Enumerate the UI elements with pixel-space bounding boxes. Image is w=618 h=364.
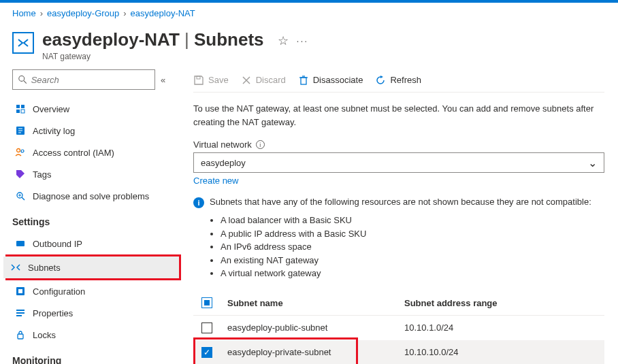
svg-rect-26	[301, 78, 306, 84]
sidebar-item-iam[interactable]: Access control (IAM)	[12, 142, 180, 163]
svg-rect-5	[21, 110, 25, 113]
sidebar-item-label: Overview	[33, 104, 69, 114]
iam-icon	[15, 147, 26, 158]
subnet-range-cell: 10.10.10.0/24	[404, 347, 604, 357]
refresh-button[interactable]: Refresh	[375, 75, 421, 86]
nat-gateway-icon	[12, 32, 34, 54]
table-row[interactable]: easydeploy-public-subnet 10.10.1.0/24	[193, 316, 604, 340]
disassociate-button[interactable]: Disassociate	[298, 75, 363, 86]
info-icon: i	[193, 197, 204, 208]
incompatibility-list: A load balancer with a Basic SKU A publi…	[221, 214, 604, 280]
sidebar-item-label: Access control (IAM)	[33, 148, 114, 158]
sidebar-item-label: Activity log	[33, 126, 75, 136]
subnet-range-cell: 10.10.1.0/24	[404, 322, 604, 333]
save-button: Save	[193, 75, 229, 86]
outbound-ip-icon	[15, 238, 26, 249]
save-icon	[193, 75, 204, 86]
sidebar-item-label: Properties	[33, 308, 73, 318]
log-icon	[15, 125, 26, 136]
locks-icon	[15, 329, 26, 340]
svg-rect-18	[18, 289, 22, 293]
svg-point-11	[21, 150, 24, 152]
col-subnet-name: Subnet name	[227, 298, 404, 308]
overview-icon	[15, 103, 26, 114]
favorite-star-icon[interactable]: ☆	[278, 33, 289, 48]
sidebar-item-locks[interactable]: Locks	[12, 324, 180, 346]
vnet-dropdown[interactable]: easydeploy ⌄	[193, 152, 604, 173]
create-new-link[interactable]: Create new	[193, 176, 238, 186]
sidebar-item-label: Configuration	[33, 286, 85, 297]
settings-header: Settings	[12, 216, 180, 227]
sidebar-item-activity-log[interactable]: Activity log	[12, 120, 180, 142]
sidebar-item-properties[interactable]: Properties	[12, 302, 180, 324]
diagnose-icon	[15, 191, 26, 201]
svg-point-10	[17, 149, 20, 152]
row-checkbox[interactable]: ✓	[201, 347, 212, 358]
svg-point-0	[19, 76, 25, 81]
collapse-sidebar-icon[interactable]: «	[161, 75, 165, 85]
intro-text: To use the NAT gateway, at least one sub…	[193, 102, 604, 129]
svg-rect-2	[16, 105, 20, 108]
page-title: easydeploy-NAT | Subnets	[42, 29, 264, 50]
chevron-down-icon: ⌄	[588, 156, 597, 169]
more-actions-icon[interactable]: ···	[297, 35, 309, 46]
subnet-name-cell: easydeploy-public-subnet	[227, 322, 404, 333]
svg-line-13	[22, 197, 25, 200]
sidebar-item-label: Subnets	[28, 263, 61, 273]
breadcrumb-resource[interactable]: easydeploy-NAT	[131, 8, 195, 18]
col-subnet-range: Subnet address range	[404, 298, 604, 308]
compat-banner-text: Subnets that have any of the following r…	[210, 197, 591, 207]
configuration-icon	[15, 286, 26, 297]
table-row[interactable]: ✓ easydeploy-private-subnet 10.10.10.0/2…	[193, 340, 604, 365]
vnet-value: easydeploy	[201, 158, 246, 168]
breadcrumb-group[interactable]: easydeploy-Group	[47, 8, 119, 18]
discard-icon	[241, 75, 252, 86]
search-input[interactable]	[31, 75, 149, 85]
breadcrumb: Home › easydeploy-Group › easydeploy-NAT	[0, 3, 618, 24]
sidebar-item-label: Tags	[33, 169, 51, 180]
vnet-label: Virtual network i	[193, 139, 604, 150]
subnet-name-cell: easydeploy-private-subnet	[227, 347, 404, 357]
chevron-right-icon: ›	[123, 8, 126, 18]
info-icon[interactable]: i	[256, 140, 265, 149]
select-all-checkbox[interactable]	[201, 297, 212, 308]
resource-type-label: NAT gateway	[42, 52, 264, 61]
sidebar-item-label: Diagnose and solve problems	[33, 191, 149, 201]
svg-rect-22	[18, 334, 23, 339]
breadcrumb-home[interactable]: Home	[12, 8, 36, 18]
tags-icon	[15, 169, 26, 180]
refresh-icon	[375, 75, 386, 86]
svg-rect-16	[16, 241, 25, 246]
trash-icon	[298, 75, 309, 86]
sidebar-search[interactable]	[12, 69, 155, 90]
search-icon	[18, 75, 27, 84]
sidebar-item-overview[interactable]: Overview	[12, 98, 180, 120]
properties-icon	[15, 308, 26, 318]
monitoring-header: Monitoring	[12, 355, 180, 364]
sidebar-item-label: Outbound IP	[33, 239, 82, 249]
sidebar-item-configuration[interactable]: Configuration	[12, 280, 180, 302]
chevron-right-icon: ›	[40, 8, 43, 18]
svg-rect-4	[16, 110, 20, 113]
subnets-icon	[10, 262, 21, 273]
sidebar-item-subnets[interactable]: Subnets	[3, 257, 179, 278]
sidebar-item-diagnose[interactable]: Diagnose and solve problems	[12, 185, 180, 207]
svg-rect-3	[21, 105, 25, 108]
sidebar-item-label: Locks	[33, 330, 56, 340]
sidebar-item-tags[interactable]: Tags	[12, 163, 180, 185]
row-checkbox[interactable]	[201, 322, 212, 333]
sidebar-item-outbound-ip[interactable]: Outbound IP	[12, 233, 180, 254]
discard-button: Discard	[241, 75, 286, 86]
svg-line-1	[24, 81, 27, 84]
